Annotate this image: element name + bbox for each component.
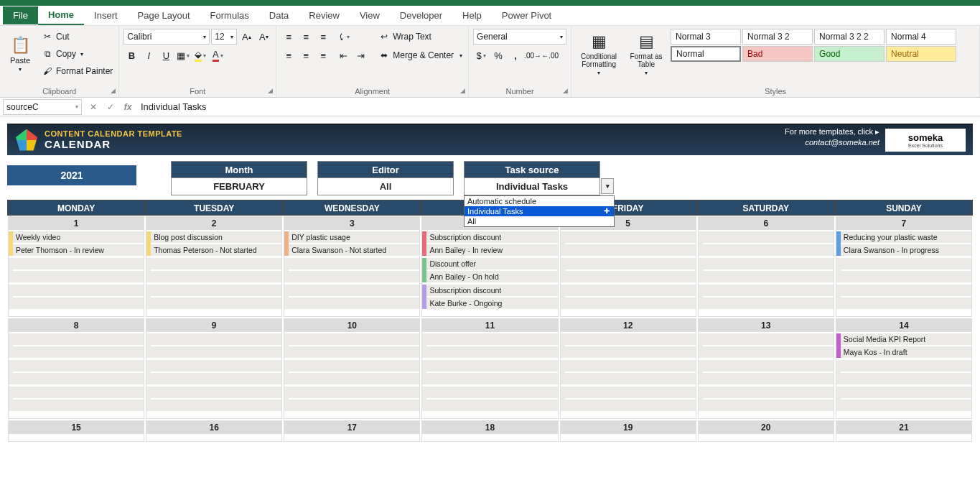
align-middle-button[interactable]: ≡: [298, 29, 314, 45]
day-cell[interactable]: 16: [146, 420, 282, 442]
percent-button[interactable]: %: [490, 47, 506, 63]
increase-indent-button[interactable]: ⇥: [353, 47, 368, 63]
align-left-button[interactable]: ≡: [281, 47, 297, 63]
formula-input[interactable]: Individual Tasks: [136, 101, 980, 112]
menu-tab-review[interactable]: Review: [299, 6, 350, 24]
increase-font-button[interactable]: A▴: [238, 29, 254, 45]
style-cell[interactable]: Normal: [671, 46, 741, 62]
underline-button[interactable]: U: [158, 47, 174, 63]
bold-button[interactable]: B: [123, 47, 139, 63]
style-cell[interactable]: Good: [814, 46, 885, 62]
style-cell[interactable]: Normal 4: [886, 29, 956, 45]
menu-tab-page-layout[interactable]: Page Layout: [128, 6, 200, 24]
style-cell[interactable]: Bad: [742, 46, 813, 62]
menu-tab-insert[interactable]: Insert: [84, 6, 128, 24]
menu-tab-developer[interactable]: Developer: [390, 6, 452, 24]
menu-tab-view[interactable]: View: [350, 6, 390, 24]
menu-tab-file[interactable]: File: [3, 6, 38, 24]
format-painter-button[interactable]: 🖌Format Painter: [40, 63, 114, 79]
cut-button[interactable]: ✂Cut: [40, 29, 114, 45]
format-as-table-button[interactable]: ▤ Format as Table▾: [626, 29, 666, 79]
menu-tab-home[interactable]: Home: [38, 6, 84, 25]
day-cell[interactable]: 15: [8, 420, 144, 442]
name-box[interactable]: sourceC▾: [3, 99, 82, 115]
task-source-value[interactable]: Individual Tasks ▾: [464, 178, 600, 195]
calendar-event[interactable]: Subscription discountAnn Bailey - In rev…: [422, 231, 557, 256]
menu-tab-formulas[interactable]: Formulas: [200, 6, 259, 24]
alignment-dialog-launcher[interactable]: ◢: [458, 87, 467, 96]
contact-link[interactable]: contact@someka.net: [785, 138, 879, 147]
style-cell[interactable]: Normal 3 2: [742, 29, 813, 45]
align-right-button[interactable]: ≡: [315, 47, 331, 63]
font-dialog-launcher[interactable]: ◢: [266, 87, 274, 96]
number-format-select[interactable]: General▾: [473, 29, 566, 45]
cancel-formula-button[interactable]: ✕: [85, 102, 102, 112]
increase-decimal-button[interactable]: .00→: [525, 47, 541, 63]
calendar-event[interactable]: Reducing your plastic wasteClara Swanson…: [836, 231, 971, 256]
month-value[interactable]: FEBRUARY: [171, 178, 307, 195]
decrease-decimal-button[interactable]: ←.00: [542, 47, 558, 63]
calendar-event[interactable]: Subscription discountKate Burke - Ongoin…: [422, 285, 557, 309]
comma-button[interactable]: ,: [508, 47, 523, 63]
day-cell[interactable]: 18: [421, 420, 558, 442]
more-templates-link[interactable]: For more templates, click ▸: [785, 127, 879, 137]
number-dialog-launcher[interactable]: ◢: [561, 87, 569, 96]
clipboard-dialog-launcher[interactable]: ◢: [108, 87, 117, 96]
day-cell[interactable]: 20: [698, 420, 834, 442]
copy-button[interactable]: ⧉Copy▾: [40, 46, 114, 62]
dropdown-option[interactable]: Automatic schedule: [465, 196, 614, 206]
calendar-event[interactable]: Discount offerAnn Bailey - On hold: [422, 258, 557, 282]
align-center-button[interactable]: ≡: [298, 47, 314, 63]
calendar-event[interactable]: Blog post discussionThomas Peterson - No…: [146, 231, 281, 256]
dropdown-option[interactable]: Individual Tasks: [465, 206, 614, 216]
dropdown-arrow-icon[interactable]: ▾: [601, 178, 614, 194]
calendar-event[interactable]: Social Media KPI ReportMaya Kos - In dra…: [836, 333, 971, 358]
accounting-format-button[interactable]: $: [473, 47, 489, 63]
day-cell[interactable]: 1Weekly videoPeter Thomson - In review: [8, 216, 144, 317]
fill-color-button[interactable]: ⬙: [192, 47, 208, 63]
day-cell[interactable]: 8: [8, 318, 144, 419]
day-cell[interactable]: 2Blog post discussionThomas Peterson - N…: [146, 216, 282, 317]
italic-button[interactable]: I: [141, 47, 157, 63]
border-button[interactable]: ▦: [175, 47, 191, 63]
orientation-button[interactable]: ⤹: [335, 29, 351, 45]
day-cell[interactable]: 10: [284, 318, 420, 419]
day-cell[interactable]: 13: [698, 318, 834, 419]
decrease-font-button[interactable]: A▾: [256, 29, 271, 45]
day-cell[interactable]: 5: [560, 216, 696, 317]
day-cell[interactable]: 4Subscription discountAnn Bailey - In re…: [421, 216, 558, 317]
fx-button[interactable]: fx: [119, 102, 136, 112]
style-cell[interactable]: Normal 3: [671, 29, 741, 45]
day-cell[interactable]: 6: [698, 216, 834, 317]
conditional-formatting-button[interactable]: ▦ Conditional Formatting▾: [576, 29, 622, 79]
menu-tab-help[interactable]: Help: [452, 6, 492, 24]
editor-value[interactable]: All: [317, 178, 454, 195]
dropdown-option[interactable]: All: [465, 216, 614, 226]
day-cell[interactable]: 3DIY plastic usageClara Swanson - Not st…: [284, 216, 420, 317]
cell-styles-gallery[interactable]: Normal 3Normal 3 2Normal 3 2 2Normal 4No…: [671, 29, 963, 62]
day-cell[interactable]: 19: [560, 420, 696, 442]
align-bottom-button[interactable]: ≡: [315, 29, 331, 45]
font-name-select[interactable]: Calibri▾: [123, 29, 210, 45]
wrap-text-button[interactable]: ↩Wrap Text: [377, 29, 464, 45]
paste-button[interactable]: 📋 Paste ▾: [4, 29, 36, 79]
align-top-button[interactable]: ≡: [281, 29, 297, 45]
style-cell[interactable]: Normal 3 2 2: [814, 29, 885, 45]
font-color-button[interactable]: A: [210, 47, 225, 63]
merge-center-button[interactable]: ⬌Merge & Center▾: [377, 47, 464, 63]
enter-formula-button[interactable]: ✓: [102, 102, 119, 112]
style-cell[interactable]: Neutral: [886, 46, 956, 62]
day-cell[interactable]: 9: [146, 318, 282, 419]
day-cell[interactable]: 11: [421, 318, 558, 419]
day-cell[interactable]: 12: [560, 318, 696, 419]
year-button[interactable]: 2021: [7, 165, 136, 185]
menu-tab-power-pivot[interactable]: Power Pivot: [492, 6, 561, 24]
day-cell[interactable]: 21: [836, 420, 972, 442]
decrease-indent-button[interactable]: ⇤: [335, 47, 351, 63]
day-cell[interactable]: 17: [284, 420, 420, 442]
menu-tab-data[interactable]: Data: [259, 6, 299, 24]
calendar-event[interactable]: Weekly videoPeter Thomson - In review: [9, 231, 144, 256]
day-cell[interactable]: 7Reducing your plastic wasteClara Swanso…: [836, 216, 972, 317]
day-cell[interactable]: 14Social Media KPI ReportMaya Kos - In d…: [836, 318, 972, 419]
calendar-event[interactable]: DIY plastic usageClara Swanson - Not sta…: [284, 231, 419, 256]
